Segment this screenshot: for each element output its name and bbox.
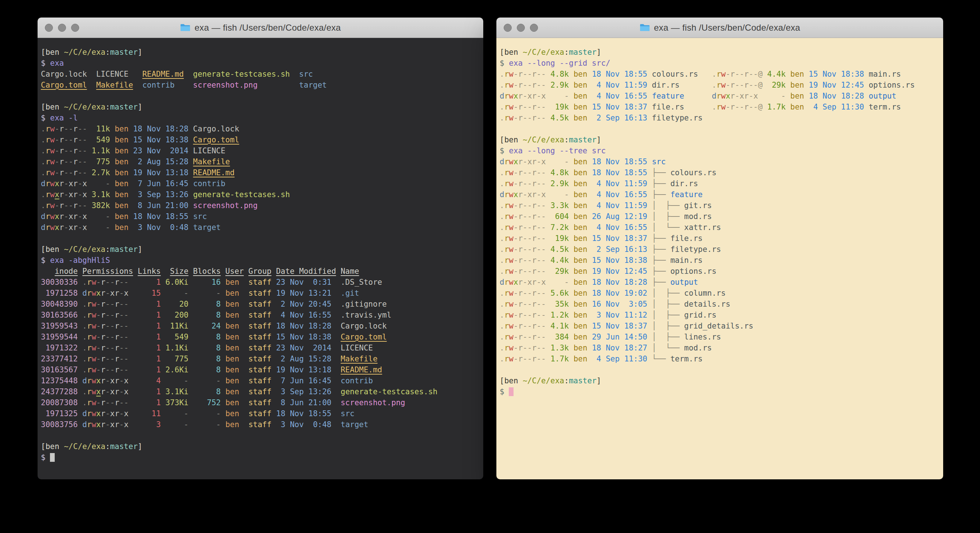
terminal-line: [ben ~/C/e/exa:master] [41, 102, 483, 112]
terminal-line: 31959544 .rw-r--r-- 1 549 8 ben staff 15… [41, 332, 483, 342]
terminal-line: .rw-r--r-- 11k ben 18 Nov 18:28 Cargo.lo… [41, 123, 483, 134]
terminal-line: .rw-r--r-- 4.8k ben 18 Nov 18:55 colours… [500, 69, 943, 80]
terminal-window-left: exa — fish /Users/ben/Code/exa/exa [ben … [38, 18, 483, 479]
terminal-line: 30083756 drwxr-xr-x 3 - - ben staff 3 No… [41, 419, 483, 430]
window-title: exa — fish /Users/ben/Code/exa/exa [180, 22, 340, 33]
window-title-text: exa — fish /Users/ben/Code/exa/exa [194, 22, 340, 33]
terminal-line: .rw-r--r-- 5.6k ben 18 Nov 19:02 │ ├── c… [500, 288, 943, 298]
close-button[interactable] [504, 24, 512, 32]
terminal-line: .rw-r--r-- 2.9k ben 4 Nov 11:59 ├── dir.… [500, 178, 943, 189]
terminal-line: Cargo.toml Makefile contrib screenshot.p… [41, 80, 483, 91]
terminal-line: 24377288 .rwxr-xr-x 1 3.1Ki 8 ben staff … [41, 386, 483, 397]
terminal-line: $ exa --long --tree src [500, 145, 943, 156]
traffic-lights [504, 18, 538, 38]
terminal-line: .rw-r--r-- 2.9k ben 4 Nov 11:59 dir.rs .… [500, 80, 943, 91]
terminal-line: [ben ~/C/e/exa:master] [41, 47, 483, 58]
terminal-line: drwxr-xr-x - ben 18 Nov 18:55 src [41, 211, 483, 222]
minimize-button[interactable] [58, 24, 66, 32]
terminal-line: 20087308 .rw-r--r-- 1 373Ki 752 ben staf… [41, 397, 483, 408]
titlebar-left[interactable]: exa — fish /Users/ben/Code/exa/exa [38, 18, 483, 38]
terminal-line: $ exa -l [41, 112, 483, 123]
terminal-line [41, 430, 483, 441]
terminal-line: drwxr-xr-x - ben 18 Nov 18:55 src [500, 156, 943, 167]
terminal-line: [ben ~/C/e/exa:master] [500, 134, 943, 145]
titlebar-right[interactable]: exa — fish /Users/ben/Code/exa/exa [496, 18, 943, 38]
terminal-line: [ben ~/C/e/exa:master] [41, 441, 483, 452]
window-title: exa — fish /Users/ben/Code/exa/exa [640, 22, 800, 33]
terminal-line: drwxr-xr-x - ben 4 Nov 16:55 ├── feature [500, 189, 943, 200]
terminal-line: $ exa --long --grid src/ [500, 58, 943, 69]
terminal-line [500, 123, 943, 134]
terminal-line: .rw-r--r-- 775 ben 2 Aug 15:28 Makefile [41, 156, 483, 167]
terminal-line: [ben ~/C/e/exa:master] [500, 375, 943, 386]
terminal-line: .rw-r--r-- 4.1k ben 15 Nov 18:37 │ ├── g… [500, 321, 943, 332]
terminal-line [41, 91, 483, 102]
zoom-button[interactable] [71, 24, 79, 32]
terminal-line: .rw-r--r-- 19k ben 15 Nov 18:37 ├── file… [500, 233, 943, 244]
terminal-line: [ben ~/C/e/exa:master] [500, 47, 943, 58]
terminal-line: .rw-r--r-- 4.5k ben 2 Sep 16:13 filetype… [500, 112, 943, 123]
terminal-line: .rwxr-xr-x 3.1k ben 3 Sep 13:26 generate… [41, 189, 483, 200]
terminal-line: 30163566 .rw-r--r-- 1 200 8 ben staff 4 … [41, 310, 483, 321]
terminal-line: .rw-r--r-- 1.1k ben 23 Nov 2014 LICENCE [41, 145, 483, 156]
terminal-line: $ exa [41, 58, 483, 69]
terminal-content-left[interactable]: [ben ~/C/e/exa:master]$ exaCargo.lock LI… [38, 38, 483, 479]
terminal-line: drwxr-xr-x - ben 18 Nov 18:28 ├── output [500, 277, 943, 288]
terminal-line: .rw-r--r-- 2.7k ben 19 Nov 13:18 README.… [41, 167, 483, 178]
terminal-window-right: exa — fish /Users/ben/Code/exa/exa [ben … [496, 18, 943, 479]
terminal-line: Cargo.lock LICENCE README.md generate-te… [41, 69, 483, 80]
terminal-line: $ [500, 386, 943, 397]
terminal-line: .rw-r--r-- 7.2k ben 4 Nov 16:55 │ └── xa… [500, 222, 943, 233]
folder-icon [180, 23, 191, 32]
terminal-line: $ exa -abghHliS [41, 255, 483, 266]
terminal-line: 1971325 drwxr-xr-x 11 - - ben staff 18 N… [41, 408, 483, 419]
minimize-button[interactable] [517, 24, 525, 32]
terminal-line: .rw-r--r-- 604 ben 26 Aug 12:19 │ ├── mo… [500, 211, 943, 222]
terminal-line: 30048390 .rw-r--r-- 1 20 8 ben staff 2 N… [41, 298, 483, 310]
terminal-line: 12375448 drwxr-xr-x 4 - - ben staff 7 Ju… [41, 375, 483, 386]
terminal-line: drwxr-xr-x - ben 4 Nov 16:55 feature drw… [500, 91, 943, 102]
terminal-line: 30030336 .rw-r--r-- 1 6.0Ki 16 ben staff… [41, 277, 483, 288]
zoom-button[interactable] [530, 24, 538, 32]
terminal-line: .rw-r--r-- 4.4k ben 15 Nov 18:38 ├── mai… [500, 255, 943, 266]
terminal-line: .rw-r--r-- 549 ben 15 Nov 18:38 Cargo.to… [41, 134, 483, 145]
terminal-content-right[interactable]: [ben ~/C/e/exa:master]$ exa --long --gri… [496, 38, 943, 479]
terminal-line: $ [41, 452, 483, 463]
terminal-line: .rw-r--r-- 1.2k ben 3 Nov 11:12 │ ├── gr… [500, 310, 943, 321]
terminal-line [500, 364, 943, 375]
cursor-block [509, 387, 514, 396]
terminal-line: 1971322 .rw-r--r-- 1 1.1Ki 8 ben staff 2… [41, 342, 483, 353]
terminal-line: 30163567 .rw-r--r-- 1 2.6Ki 8 ben staff … [41, 364, 483, 375]
terminal-line: drwxr-xr-x - ben 3 Nov 0:48 target [41, 222, 483, 233]
terminal-line: 23377412 .rw-r--r-- 1 775 8 ben staff 2 … [41, 353, 483, 364]
close-button[interactable] [45, 24, 53, 32]
terminal-line: .rw-r--r-- 1.7k ben 4 Sep 11:30 └── term… [500, 353, 943, 364]
terminal-line: drwxr-xr-x - ben 7 Jun 16:45 contrib [41, 178, 483, 189]
terminal-line: .rw-r--r-- 29k ben 19 Nov 12:45 ├── opti… [500, 266, 943, 277]
terminal-line: .rw-r--r-- 19k ben 15 Nov 18:37 file.rs … [500, 102, 943, 112]
terminal-line: .rw-r--r-- 35k ben 16 Nov 3:05 │ ├── det… [500, 298, 943, 310]
cursor-block [50, 453, 55, 462]
terminal-line: inode Permissions Links Size Blocks User… [41, 266, 483, 277]
terminal-line: 31959543 .rw-r--r-- 1 11Ki 24 ben staff … [41, 321, 483, 332]
terminal-line: .rw-r--r-- 384 ben 29 Jun 14:50 │ ├── li… [500, 332, 943, 342]
terminal-line: [ben ~/C/e/exa:master] [41, 244, 483, 255]
terminal-line: 1971258 drwxr-xr-x 15 - - ben staff 19 N… [41, 288, 483, 298]
traffic-lights [45, 18, 79, 38]
terminal-line: .rw-r--r-- 1.3k ben 18 Nov 18:27 │ └── m… [500, 342, 943, 353]
folder-icon [640, 23, 650, 32]
terminal-line: .rw-r--r-- 3.3k ben 4 Nov 11:59 │ ├── gi… [500, 200, 943, 211]
terminal-line: .rw-r--r-- 4.5k ben 2 Sep 16:13 ├── file… [500, 244, 943, 255]
terminal-line [41, 233, 483, 244]
terminal-line: .rw-r--r-- 4.8k ben 18 Nov 18:55 ├── col… [500, 167, 943, 178]
window-title-text: exa — fish /Users/ben/Code/exa/exa [654, 22, 800, 33]
terminal-line: .rw-r--r-- 382k ben 8 Jun 21:00 screensh… [41, 200, 483, 211]
